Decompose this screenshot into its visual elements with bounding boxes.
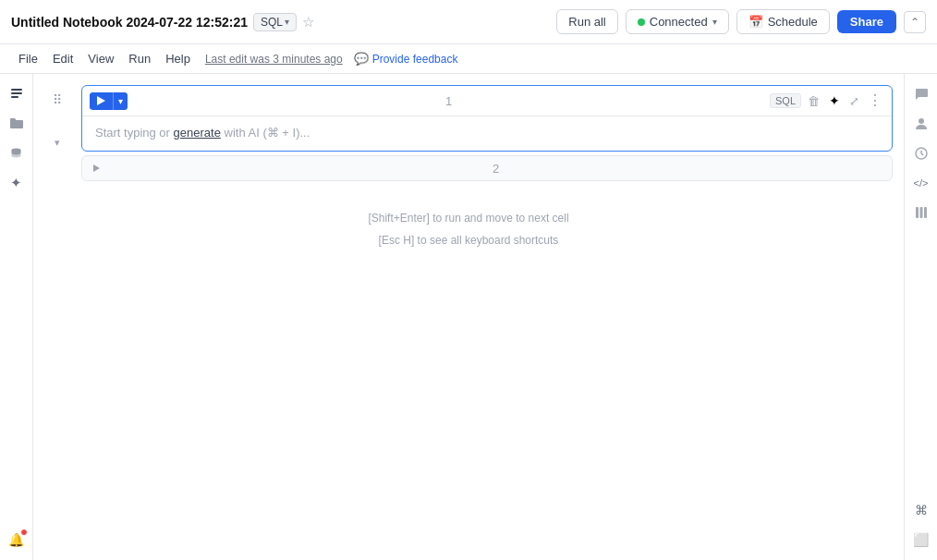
feedback-link[interactable]: 💬 Provide feedback [354,52,458,66]
connected-dot [638,18,645,26]
hint-area: [Shift+Enter] to run and move to next ce… [33,185,904,274]
cell-number-1: 1 [131,94,766,108]
delete-button-1[interactable]: 🗑 [805,91,822,111]
sidebar-icon-ai[interactable]: ✦ [4,170,30,196]
sidebar-icon-folder[interactable] [4,111,30,137]
cell-gutter-2 [33,155,81,163]
cell-body-1[interactable]: Start typing or generate with AI (⌘ + I)… [82,116,892,151]
right-sidebar-icon-code[interactable]: </> [908,170,934,196]
right-sidebar-icon-library[interactable] [908,200,934,225]
menubar: File Edit View Run Help Last edit was 3 … [0,44,937,74]
collapse-arrow-1[interactable]: ▾ [55,137,60,149]
collapse-button[interactable]: ⌃ [904,11,926,33]
cell-content-1: ▾ 1 SQL 🗑 ✦ ⤢ ⋮ Start typing or generate… [81,85,893,152]
feedback-label: Provide feedback [372,53,458,66]
star-icon[interactable]: ☆ [302,14,314,30]
play-icon-1 [97,96,105,105]
right-sidebar-icon-keyboard[interactable]: ⌘ [908,497,934,523]
cell-wrapper-2: 2 [33,155,904,181]
svg-rect-6 [916,207,919,218]
title-section: Untitled Notebook 2024-07-22 12:52:21 SQ… [11,13,549,31]
cell-toolbar-1: ▾ 1 SQL 🗑 ✦ ⤢ ⋮ [82,86,892,116]
menu-edit[interactable]: Edit [45,52,80,66]
sidebar-icon-notification[interactable]: 🔔 [4,527,30,553]
menu-view[interactable]: View [80,52,121,66]
cell-type-badge-1: SQL [770,93,801,108]
cell-gutter-1: ⠿ ▾ [33,85,81,149]
top-actions: Run all Connected ▾ 📅 Schedule Share ⌃ [556,9,926,34]
svg-rect-1 [11,92,22,94]
generate-link[interactable]: generate [174,126,221,140]
sidebar-icon-database[interactable] [4,140,30,166]
share-button[interactable]: Share [837,10,896,33]
connected-chevron-icon: ▾ [712,17,717,27]
expand-button-1[interactable]: ⤢ [846,91,862,111]
sidebar-icon-notebook[interactable] [4,81,30,107]
connected-label: Connected [650,15,708,29]
run-button-group-1: ▾ [90,92,128,110]
hint-line-2: [Esc H] to see all keyboard shortcuts [55,229,882,251]
hint-line-1: [Shift+Enter] to run and move to next ce… [55,207,882,229]
main-layout: ✦ 🔔 ⠿ ▾ ▾ 1 [0,74,937,560]
last-edit-text: Last edit was 3 minutes ago [205,53,343,66]
left-sidebar: ✦ 🔔 [0,74,33,560]
drag-handle-1[interactable]: ⠿ [53,92,62,107]
right-sidebar-icon-user[interactable] [908,111,934,137]
chat-bubble-icon: 💬 [354,52,369,66]
svg-rect-7 [919,207,922,218]
chevron-down-icon: ▾ [285,17,289,27]
svg-rect-0 [11,89,22,91]
schedule-label: Schedule [768,15,818,29]
right-sidebar-icon-history[interactable] [908,140,934,166]
run-button-1[interactable] [90,92,113,109]
svg-rect-2 [11,96,18,98]
sql-badge[interactable]: SQL ▾ [253,13,297,31]
run-button-inactive-2[interactable] [90,161,103,176]
play-icon-2 [93,164,100,172]
menu-file[interactable]: File [11,52,45,66]
menu-help[interactable]: Help [158,52,198,66]
cell-content-2[interactable]: 2 [81,155,893,181]
sparkle-button-1[interactable]: ✦ [826,91,843,111]
topbar: Untitled Notebook 2024-07-22 12:52:21 SQ… [0,0,937,44]
svg-rect-8 [924,207,927,218]
notebook-area: ⠿ ▾ ▾ 1 SQL 🗑 ✦ ⤢ ⋮ [33,74,904,560]
more-button-1[interactable]: ⋮ [866,93,884,108]
right-sidebar-bottom: ⌘ ⬜ [908,497,934,560]
menu-run[interactable]: Run [121,52,158,66]
cell-wrapper-1: ⠿ ▾ ▾ 1 SQL 🗑 ✦ ⤢ ⋮ [33,85,904,152]
right-sidebar-icon-comments[interactable] [908,81,934,107]
right-sidebar-icon-layout[interactable]: ⬜ [908,527,934,553]
calendar-icon: 📅 [748,15,763,29]
cell-toolbar-2: 2 [82,156,892,180]
run-dropdown-1[interactable]: ▾ [113,92,128,110]
connected-button[interactable]: Connected ▾ [626,9,729,34]
left-sidebar-bottom: 🔔 [4,527,30,560]
placeholder-text-1: Start typing or generate with AI (⌘ + I)… [95,126,310,140]
run-all-button[interactable]: Run all [556,9,617,34]
notebook-title: Untitled Notebook 2024-07-22 12:52:21 [11,15,248,30]
schedule-button[interactable]: 📅 Schedule [736,9,830,34]
svg-point-4 [919,118,924,124]
right-sidebar: </> ⌘ ⬜ [904,74,937,560]
cell-number-2: 2 [107,162,884,176]
sql-badge-label: SQL [261,16,283,29]
